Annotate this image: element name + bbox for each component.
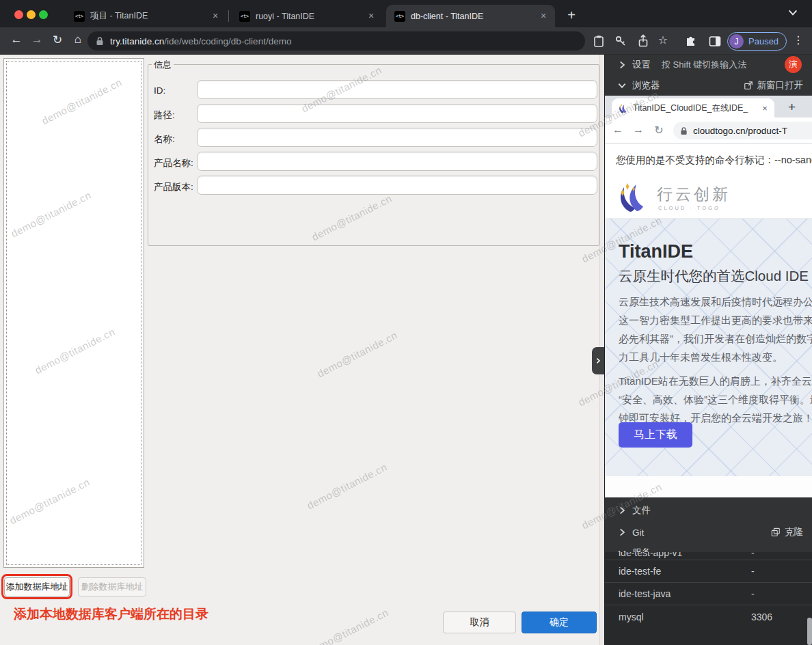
close-tab-icon[interactable]: × [537,10,550,23]
field-label-product-version: 产品版本: [154,181,193,193]
tab-title: db-client - TitanIDE [411,12,532,21]
close-tab-icon[interactable]: × [209,10,221,23]
clone-icon [771,527,781,537]
demo-badge[interactable]: 演 [785,56,802,73]
landing-heading: TitanIDE [619,241,693,262]
database-address-list[interactable] [3,58,144,568]
landing-content: TitanIDE 云原生时代您的首选Cloud IDE 云原生技术高速发展和后疫… [605,219,812,476]
service-name: ide-test-app-v1 [619,552,751,558]
avatar: J [729,34,744,49]
home-icon[interactable]: ⌂ [70,33,86,46]
preview-tab[interactable]: TitanIDE_CloudIDE_在线IDE_ × [612,98,774,118]
path-field[interactable] [197,104,597,123]
back-icon[interactable]: ← [8,33,25,46]
chevron-right-icon [617,527,627,537]
service-row[interactable]: mysql 3306 [605,605,812,628]
close-window-button[interactable] [14,10,23,19]
clone-button[interactable]: 克隆 [771,526,803,538]
tab-db-client-active[interactable]: <t> db-client - TitanIDE × [386,5,555,27]
extensions-puzzle-icon[interactable] [684,34,698,48]
content-footer-strip [605,476,812,497]
delete-database-address-button: 删除数据库地址 [78,577,146,596]
open-new-window-button[interactable]: 新窗口打开 [744,79,804,92]
service-port: 3306 [751,612,812,622]
preview-tab-strip: TitanIDE_CloudIDE_在线IDE_ × + [605,96,812,118]
brand-header: 行云创新 CLOUD · TOGO [605,176,812,219]
settings-section-row[interactable]: 设置 按 Shift 键切换输入法 演 [605,55,812,75]
info-groupbox: 信息 ID: 路径: 名称: 产品名称: 产品版本: [148,64,599,246]
open-new-window-label: 新窗口打开 [757,79,804,92]
landing-paragraph-1: 云原生技术高速发展和后疫情时代远程办公等 这一智力密集型工作提出更高的要求也带来… [619,292,812,366]
address-bar[interactable]: try.titanide.cn/ide/web/coding/db-client… [87,31,585,51]
browser-label: 浏览器 [632,79,660,92]
service-port: - [751,552,812,558]
bookmark-star-icon[interactable]: ☆ [655,33,671,46]
reload-icon[interactable]: ↻ [49,33,66,47]
new-tab-button[interactable]: + [788,100,796,115]
service-name: ide-test-java [619,588,751,599]
back-icon[interactable]: ← [610,124,625,136]
close-tab-icon[interactable]: × [759,103,770,113]
tab-project[interactable]: <t> 项目 - TitanIDE × [66,5,227,27]
chevron-right-icon [617,506,627,515]
service-name: mysql [619,612,751,622]
tab-ruoyi[interactable]: <t> ruoyi - TitanIDE × [231,5,383,27]
titanide-favicon-icon: <t> [239,11,250,22]
id-field[interactable] [197,80,597,99]
files-section-row[interactable]: 文件 [605,500,812,521]
browser-section-row[interactable]: 浏览器 新窗口打开 [605,75,812,96]
name-field[interactable] [197,128,597,147]
browser-toolbar: ← → ↻ ⌂ try.titanide.cn/ide/web/coding/d… [0,27,812,55]
chevron-down-icon [617,81,627,90]
preview-address-bar[interactable]: cloudtogo.cn/product-T [673,122,812,139]
service-name: ide-test-fe [619,566,751,577]
zoom-window-button[interactable] [39,10,48,19]
reload-icon[interactable]: ↻ [651,124,666,137]
close-tab-icon[interactable]: × [365,10,377,23]
files-label: 文件 [632,504,651,517]
service-row[interactable]: ide-test-app-v1 - [605,552,812,560]
clipboard-icon[interactable] [592,34,606,48]
db-client-dialog: 信息 ID: 路径: 名称: 产品名称: 产品版本: 添加数据库地址 删除数据库… [0,55,604,645]
side-panel: 设置 按 Shift 键切换输入法 演 浏览器 新窗口打开 TitanIDE_C… [604,55,812,645]
tab-search-chevron-icon[interactable] [787,7,798,18]
git-section-row[interactable]: Git 克隆 [605,522,812,543]
url-path: /ide/web/coding/db-client/demo [164,36,291,46]
browser-tab-bar: <t> 项目 - TitanIDE × <t> ruoyi - TitanIDE… [0,0,812,27]
product-version-field[interactable] [197,176,597,195]
services-list: ide-test-app-v1 - ide-test-fe - ide-test… [605,552,812,645]
minimize-window-button[interactable] [27,10,36,19]
tab-title: 项目 - TitanIDE [90,10,204,22]
forward-icon[interactable]: → [29,33,45,46]
settings-label: 设置 [632,59,651,71]
new-tab-button[interactable]: + [562,6,581,25]
lock-icon [96,36,104,46]
landing-paragraph-2: TitanIDE站在无数巨人的肩膀上，补齐全云端 “安全、高效、体验”这三个维度… [619,372,812,427]
titanide-favicon-icon: <t> [74,11,85,22]
password-key-icon[interactable] [614,34,627,48]
cancel-button[interactable]: 取消 [443,612,516,633]
product-name-field[interactable] [197,152,597,171]
side-panel-icon[interactable] [708,34,722,48]
chrome-menu-icon[interactable]: ⋮ [793,33,804,46]
download-now-button[interactable]: 马上下载 [619,422,692,448]
preview-tab-title: TitanIDE_CloudIDE_在线IDE_ [633,102,757,114]
lock-icon [680,126,688,135]
sandbox-warning-bar: 您使用的是不受支持的命令行标记：--no-sand [605,144,812,176]
ok-button[interactable]: 确定 [522,612,597,633]
share-icon[interactable] [636,34,650,48]
url-host: try.titanide.cn [110,36,164,46]
brand-subtitle: CLOUD · TOGO [658,205,720,211]
expand-panel-handle[interactable] [592,347,604,374]
chevron-right-icon [617,60,627,70]
forward-icon[interactable]: → [631,124,646,136]
preview-url-text: cloudtogo.cn/product-T [693,126,787,136]
scrollbar-thumb[interactable] [807,618,812,645]
tab-title: ruoyi - TitanIDE [256,12,360,21]
profile-paused-button[interactable]: J Paused [727,32,787,51]
screenshot-root: <t> 项目 - TitanIDE × <t> ruoyi - TitanIDE… [0,0,812,645]
service-row[interactable]: ide-test-java - [605,583,812,605]
git-label: Git [632,527,644,538]
titanide-favicon-icon: <t> [394,11,405,22]
service-row[interactable]: ide-test-fe - [605,560,812,583]
